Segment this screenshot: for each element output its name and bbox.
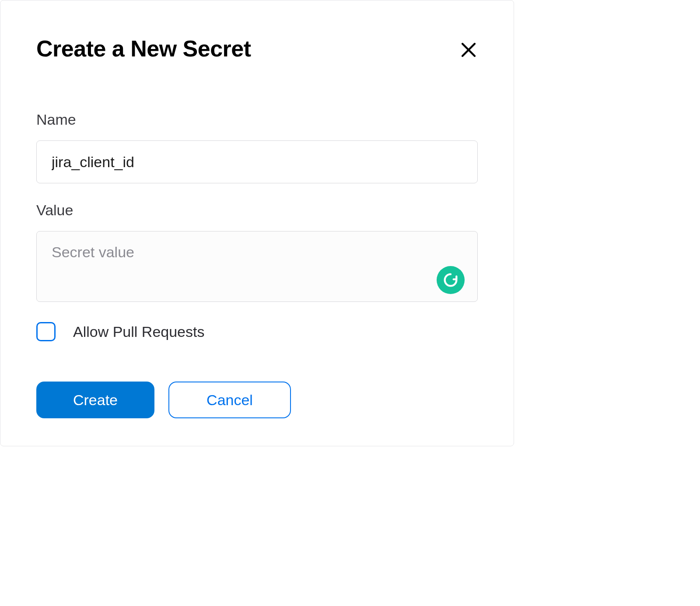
allow-pr-checkbox[interactable] bbox=[36, 322, 56, 341]
close-button[interactable] bbox=[457, 38, 480, 63]
value-field-group: Value bbox=[36, 202, 478, 304]
value-textarea-wrapper bbox=[36, 231, 478, 304]
button-row: Create Cancel bbox=[36, 382, 478, 418]
allow-pr-row: Allow Pull Requests bbox=[36, 322, 478, 341]
modal-header: Create a New Secret bbox=[36, 35, 478, 63]
name-field-group: Name bbox=[36, 111, 478, 183]
create-button[interactable]: Create bbox=[36, 382, 154, 418]
value-input[interactable] bbox=[36, 231, 478, 302]
allow-pr-label[interactable]: Allow Pull Requests bbox=[73, 323, 204, 340]
name-input[interactable] bbox=[36, 140, 478, 183]
close-icon bbox=[459, 41, 478, 59]
value-label: Value bbox=[36, 202, 478, 219]
name-label: Name bbox=[36, 111, 478, 128]
modal-title: Create a New Secret bbox=[36, 35, 251, 62]
grammarly-icon[interactable] bbox=[437, 266, 465, 294]
create-secret-modal: Create a New Secret Name Value Allow Pul… bbox=[0, 0, 514, 446]
cancel-button[interactable]: Cancel bbox=[168, 382, 291, 418]
